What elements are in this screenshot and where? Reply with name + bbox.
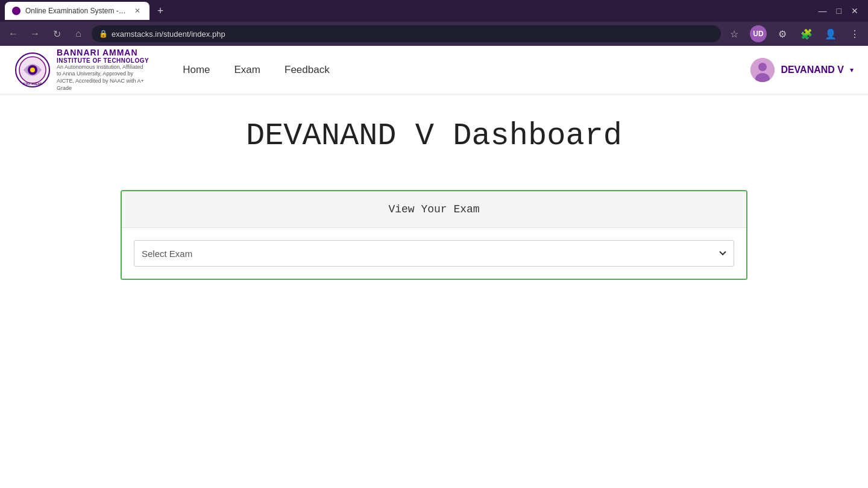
toolbar-icons: ☆ UD ⚙ 🧩 👤 ⋮ bbox=[726, 25, 863, 42]
tab-bar: Online Examination System - da ✕ + — □ ✕ bbox=[0, 0, 868, 22]
logo-name: BANNARI AMMAN bbox=[57, 48, 149, 57]
extensions-icon[interactable]: 🧩 bbox=[798, 25, 815, 42]
exam-card-body: Select Exam bbox=[122, 228, 746, 279]
logo-tagline: An Autonomous Institution, Affiliated to… bbox=[57, 64, 147, 92]
svg-point-3 bbox=[30, 68, 35, 72]
navbar: STAY AHEAD BANNARI AMMAN INSTITUTE OF TE… bbox=[0, 46, 868, 94]
user-section[interactable]: DEVANAND V ▾ bbox=[750, 58, 854, 82]
webpage: STAY AHEAD BANNARI AMMAN INSTITUTE OF TE… bbox=[0, 46, 868, 488]
active-tab[interactable]: Online Examination System - da ✕ bbox=[5, 2, 149, 20]
profile-icon[interactable]: UD bbox=[750, 25, 767, 42]
exam-card-title: View Your Exam bbox=[388, 203, 479, 215]
svg-point-6 bbox=[758, 63, 767, 71]
minimize-button[interactable]: — bbox=[819, 6, 827, 16]
window-controls: — □ ✕ bbox=[819, 6, 863, 16]
url-text: examstacks.in/student/index.php bbox=[112, 30, 225, 39]
nav-feedback[interactable]: Feedback bbox=[275, 59, 339, 81]
logo-text: BANNARI AMMAN INSTITUTE OF TECHNOLOGY An… bbox=[57, 48, 149, 92]
tab-title: Online Examination System - da bbox=[25, 7, 128, 15]
address-bar: ← → ↻ ⌂ 🔒 examstacks.in/student/index.ph… bbox=[0, 22, 868, 46]
menu-icon[interactable]: ⋮ bbox=[846, 25, 863, 42]
tab-close-button[interactable]: ✕ bbox=[133, 6, 142, 16]
exam-card: View Your Exam Select Exam bbox=[121, 190, 747, 280]
maximize-button[interactable]: □ bbox=[837, 6, 841, 16]
tab-favicon bbox=[12, 7, 20, 15]
new-tab-button[interactable]: + bbox=[152, 2, 169, 19]
bookmark-icon[interactable]: ☆ bbox=[726, 25, 743, 42]
lock-icon: 🔒 bbox=[99, 30, 108, 38]
nav-exam[interactable]: Exam bbox=[225, 59, 270, 81]
back-button[interactable]: ← bbox=[5, 25, 22, 42]
logo-subtitle: INSTITUTE OF TECHNOLOGY bbox=[57, 57, 149, 64]
exam-card-header: View Your Exam bbox=[122, 191, 746, 228]
user-avatar-icon[interactable]: 👤 bbox=[822, 25, 839, 42]
user-avatar bbox=[750, 58, 775, 82]
home-button[interactable]: ⌂ bbox=[70, 25, 87, 42]
logo-image: STAY AHEAD bbox=[14, 52, 51, 88]
browser-chrome: Online Examination System - da ✕ + — □ ✕… bbox=[0, 0, 868, 46]
close-button[interactable]: ✕ bbox=[851, 6, 858, 16]
reload-button[interactable]: ↻ bbox=[48, 25, 65, 42]
exam-select[interactable]: Select Exam bbox=[134, 240, 734, 267]
user-dropdown-arrow[interactable]: ▾ bbox=[850, 66, 854, 74]
nav-links: Home Exam Feedback bbox=[173, 59, 750, 81]
settings-icon[interactable]: ⚙ bbox=[774, 25, 791, 42]
main-content: DEVANAND V Dashboard View Your Exam Sele… bbox=[0, 94, 868, 304]
url-bar[interactable]: 🔒 examstacks.in/student/index.php bbox=[92, 25, 721, 42]
dashboard-title: DEVANAND V Dashboard bbox=[246, 118, 622, 154]
forward-button[interactable]: → bbox=[27, 25, 43, 42]
svg-text:STAY AHEAD: STAY AHEAD bbox=[23, 82, 42, 86]
user-name: DEVANAND V bbox=[781, 65, 844, 75]
logo-section: STAY AHEAD BANNARI AMMAN INSTITUTE OF TE… bbox=[14, 48, 149, 92]
nav-home[interactable]: Home bbox=[173, 59, 219, 81]
